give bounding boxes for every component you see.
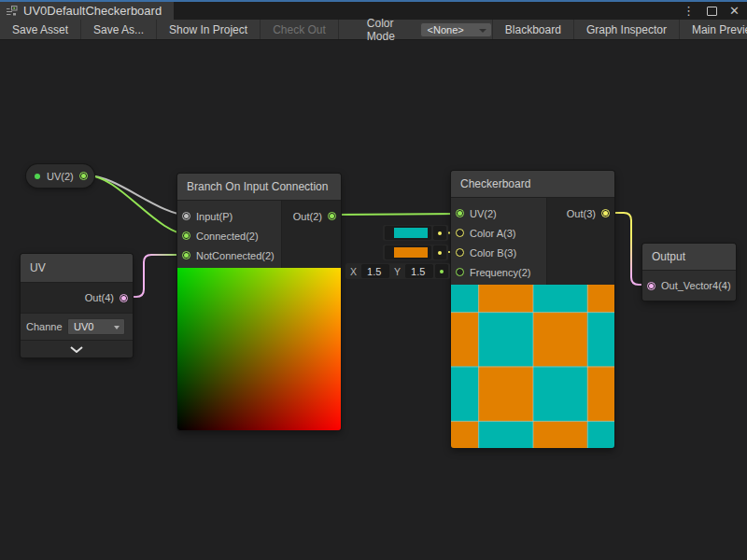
- frequency-y-field[interactable]: 1.5: [405, 264, 433, 278]
- port-branch-out[interactable]: [328, 212, 336, 220]
- shader-graph-window: UV(2) Branch On Input Connection Input(P…: [0, 0, 747, 560]
- edge-uvprop-to-connected[interactable]: [88, 175, 190, 235]
- save-asset-button[interactable]: Save Asset: [0, 20, 81, 39]
- chevron-down-icon: [479, 29, 486, 33]
- port-label-frequency: Frequency(2): [470, 267, 530, 278]
- port-label-uv-out: Out(4): [85, 292, 114, 303]
- color-a-swatch-box: [385, 226, 431, 240]
- node-title: Branch On Input Connection: [177, 174, 341, 201]
- frequency-default-widget: X 1.5 Y 1.5: [345, 263, 450, 279]
- port-row-color-a: Color A(3): [451, 223, 546, 243]
- channel-row: Channe UV0: [21, 313, 133, 340]
- port-label-checker-uv: UV(2): [470, 208, 497, 219]
- collapse-preview-button[interactable]: [21, 340, 133, 357]
- port-label-checker-out: Out(3): [567, 208, 596, 219]
- graph-inspector-toggle-button[interactable]: Graph Inspector: [573, 20, 679, 39]
- color-a-default-widget: [383, 225, 448, 241]
- color-b-swatch[interactable]: [394, 247, 428, 258]
- close-icon[interactable]: ✕: [729, 5, 740, 17]
- main-preview-toggle-button[interactable]: Main Preview: [679, 20, 747, 39]
- color-mode-dropdown[interactable]: <None>: [420, 22, 492, 37]
- port-connected[interactable]: [182, 231, 190, 240]
- blackboard-toggle-button[interactable]: Blackboard: [492, 20, 573, 39]
- frequency-y-label: Y: [391, 266, 403, 277]
- channel-dropdown[interactable]: UV0: [67, 318, 125, 335]
- save-as-button[interactable]: Save As...: [81, 20, 157, 39]
- port-row-checker-out: Out(3): [547, 203, 614, 223]
- branch-node-preview: [177, 268, 341, 430]
- node-output[interactable]: Output Out_Vector4(4): [642, 244, 736, 301]
- node-uv-property[interactable]: UV(2): [26, 164, 94, 188]
- color-a-swatch[interactable]: [394, 228, 428, 238]
- node-title: UV: [21, 254, 133, 283]
- frequency-x-label: X: [347, 266, 359, 277]
- color-b-swatch-box: [385, 245, 431, 259]
- port-frequency[interactable]: [456, 268, 464, 276]
- port-label-out-vector4: Out_Vector4(4): [661, 280, 731, 291]
- port-row-branch-out: Out(2): [282, 206, 341, 226]
- channel-value: UV0: [74, 321, 93, 332]
- color-a-connector-chip: [433, 226, 446, 240]
- uv-property-label: UV(2): [47, 171, 74, 182]
- port-color-b[interactable]: [456, 248, 464, 257]
- color-mode-group: Color Mode <None>: [367, 20, 492, 39]
- channel-label: Channe: [26, 321, 67, 332]
- show-in-project-button[interactable]: Show In Project: [157, 20, 261, 39]
- port-row-color-b: Color B(3): [451, 243, 546, 262]
- node-branch-on-input-connection[interactable]: Branch On Input Connection Input(P) Conn…: [177, 174, 341, 430]
- port-label-connected: Connected(2): [196, 231, 259, 242]
- port-row-connected: Connected(2): [177, 226, 281, 245]
- edge-uvprop-to-inputp[interactable]: [88, 175, 190, 216]
- port-uv-property-out[interactable]: [79, 172, 88, 180]
- port-checker-uv[interactable]: [456, 209, 464, 217]
- port-row-uv-out: Out(4): [21, 283, 133, 313]
- connector-dot-icon: [438, 231, 442, 235]
- color-b-default-widget: [383, 245, 448, 260]
- tab-title: UV0DefaultCheckerboard: [23, 4, 162, 18]
- node-checkerboard[interactable]: Checkerboard UV(2) Color A(3) Color B(3): [451, 171, 614, 448]
- shader-graph-icon: [6, 5, 18, 17]
- tab-uv0defaultcheckerboard[interactable]: UV0DefaultCheckerboard: [0, 2, 174, 20]
- port-color-a[interactable]: [456, 229, 464, 237]
- port-input-p[interactable]: [182, 212, 190, 220]
- maximize-icon[interactable]: [707, 7, 717, 16]
- color-mode-value: <None>: [428, 24, 464, 35]
- port-out-vector4[interactable]: [647, 282, 655, 290]
- port-row-frequency: Frequency(2): [451, 262, 546, 282]
- node-uv[interactable]: UV Out(4) Channe UV0: [21, 254, 133, 357]
- connector-dot-icon: [440, 270, 444, 273]
- node-title: Checkerboard: [451, 171, 614, 198]
- node-title: Output: [642, 244, 736, 271]
- toolbar: Save Asset Save As... Show In Project Ch…: [0, 20, 747, 40]
- port-row-input-p: Input(P): [177, 206, 281, 226]
- port-label-notconnected: NotConnected(2): [196, 250, 275, 261]
- port-label-color-b: Color B(3): [470, 247, 516, 259]
- color-mode-label: Color Mode: [367, 17, 413, 43]
- frequency-x-field[interactable]: 1.5: [361, 264, 389, 278]
- exposed-dot-icon: [35, 174, 40, 179]
- port-label-input-p: Input(P): [196, 211, 233, 222]
- toolbar-right-buttons: Blackboard Graph Inspector Main Preview: [492, 20, 747, 39]
- port-row-out-vector4: Out_Vector4(4): [642, 271, 736, 301]
- check-out-button: Check Out: [261, 20, 339, 39]
- chevron-down-icon: [114, 326, 120, 329]
- port-label-branch-out: Out(2): [293, 211, 322, 222]
- kebab-menu-icon[interactable]: ⋮: [683, 5, 695, 17]
- port-checker-out[interactable]: [601, 209, 610, 217]
- port-row-checker-uv: UV(2): [451, 203, 546, 223]
- checkerboard-node-preview: [451, 285, 614, 448]
- color-b-connector-chip: [433, 245, 446, 259]
- port-label-color-a: Color A(3): [470, 228, 516, 239]
- frequency-connector-chip: [435, 264, 448, 278]
- edge-branchout-to-checker-uv[interactable]: [332, 214, 459, 215]
- port-row-notconnected: NotConnected(2): [177, 245, 281, 265]
- chevron-down-icon: [70, 346, 83, 353]
- port-notconnected[interactable]: [182, 251, 190, 259]
- port-uv-out4[interactable]: [120, 294, 128, 302]
- connector-dot-icon: [438, 251, 442, 255]
- window-controls: ⋮ ✕: [683, 2, 747, 20]
